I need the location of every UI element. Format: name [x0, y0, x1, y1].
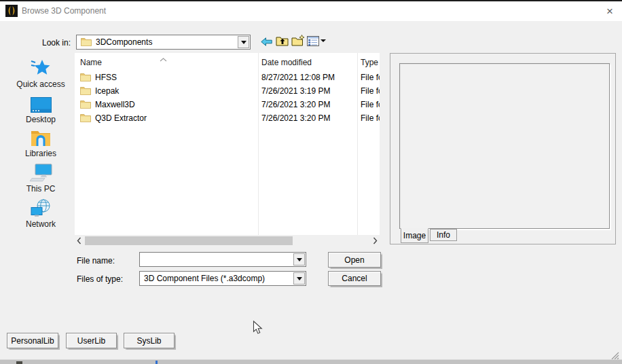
- new-folder-icon: [291, 35, 305, 46]
- taskbar-sliver: [0, 359, 622, 364]
- file-name: Icepak: [95, 86, 119, 96]
- sidebar-item-label: Desktop: [10, 115, 72, 124]
- file-type: File folder: [361, 86, 380, 96]
- file-name: Q3D Extractor: [95, 113, 147, 123]
- horizontal-scrollbar[interactable]: [75, 236, 380, 245]
- file-name-label: File name:: [77, 256, 115, 266]
- this-pc-icon: [10, 163, 72, 182]
- quick-access-star-icon: [10, 58, 72, 77]
- files-of-type-dropdown-button[interactable]: [293, 272, 305, 285]
- sidebar-item-label: Libraries: [10, 149, 72, 158]
- tab-info[interactable]: Info: [430, 229, 457, 241]
- folder-icon: [80, 100, 91, 111]
- taskbar-item: [16, 361, 22, 364]
- look-in-dropdown-button[interactable]: [238, 36, 249, 48]
- file-row-maxwell3d[interactable]: Maxwell3D 7/26/2021 3:20 PM File folder: [75, 98, 380, 111]
- sidebar-item-libraries[interactable]: Libraries: [10, 128, 72, 158]
- scroll-left-button[interactable]: [75, 236, 84, 245]
- folder-icon: [80, 73, 91, 84]
- app-logo-icon: [5, 5, 18, 17]
- chevron-left-icon: [77, 237, 81, 244]
- folder-icon: [80, 86, 91, 98]
- up-folder-icon: [276, 35, 289, 46]
- chevron-down-icon: [297, 258, 302, 261]
- window-title: Browse 3D Component: [22, 6, 106, 16]
- file-name: HFSS: [95, 73, 117, 82]
- personallib-button[interactable]: PersonalLib: [7, 333, 58, 348]
- chevron-down-icon: [297, 277, 302, 280]
- file-date-modified: 7/26/2021 3:20 PM: [261, 100, 330, 109]
- chevron-down-icon: [321, 39, 326, 42]
- file-name: Maxwell3D: [95, 100, 135, 109]
- file-date-modified: 7/26/2021 3:19 PM: [261, 86, 330, 96]
- chevron-right-icon: [373, 237, 378, 244]
- file-date-modified: 7/26/2021 3:20 PM: [261, 113, 330, 123]
- files-of-type-label: Files of type:: [77, 274, 123, 284]
- browse-3d-component-dialog: Browse 3D Component × Look in: 3DCompone…: [0, 0, 622, 364]
- close-button[interactable]: ×: [600, 3, 619, 20]
- file-type: File folder: [361, 100, 380, 109]
- file-row-q3d-extractor[interactable]: Q3D Extractor 7/26/2021 3:20 PM File fol…: [75, 111, 380, 125]
- file-type: File folder: [361, 113, 380, 123]
- file-name-combobox[interactable]: [139, 252, 306, 267]
- network-globe-icon: [10, 198, 72, 217]
- preview-panel: Image Info: [390, 53, 616, 244]
- preview-image-area: [399, 63, 610, 229]
- desktop-monitor-icon: [10, 94, 72, 113]
- column-header-name[interactable]: Name: [80, 58, 102, 67]
- sidebar-item-label: Quick access: [10, 79, 72, 89]
- tab-image[interactable]: Image: [401, 228, 428, 243]
- mouse-cursor: [253, 321, 263, 338]
- sidebar-item-quick-access[interactable]: Quick access: [10, 58, 72, 89]
- scrollbar-thumb[interactable]: [85, 236, 293, 245]
- open-button[interactable]: Open: [328, 252, 381, 268]
- sort-ascending-icon: [160, 54, 167, 64]
- userlib-button[interactable]: UserLib: [66, 333, 117, 348]
- sidebar-item-label: Network: [10, 219, 72, 229]
- file-list: Name Date modified Type HFSS 8/27/2021 1…: [75, 53, 380, 235]
- file-date-modified: 8/27/2021 12:08 PM: [261, 73, 335, 82]
- sidebar-item-desktop[interactable]: Desktop: [10, 94, 72, 124]
- folder-icon: [81, 37, 92, 49]
- cancel-button[interactable]: Cancel: [328, 271, 381, 286]
- file-name-dropdown-button[interactable]: [293, 253, 305, 266]
- look-in-combobox[interactable]: 3DComponents: [76, 35, 251, 50]
- title-bar: Browse 3D Component ×: [0, 0, 622, 21]
- folder-icon: [80, 113, 91, 125]
- files-of-type-value: 3D Component Files (*.a3dcomp): [144, 272, 265, 285]
- look-in-label: Look in:: [42, 38, 71, 48]
- new-folder-button[interactable]: [291, 34, 305, 47]
- taskbar-item: [156, 361, 158, 364]
- libraries-folder-icon: [10, 128, 72, 147]
- sidebar-item-this-pc[interactable]: This PC: [10, 163, 72, 194]
- scroll-right-button[interactable]: [371, 236, 380, 245]
- look-in-value: 3DComponents: [96, 35, 152, 49]
- back-button[interactable]: [259, 36, 273, 47]
- syslib-button[interactable]: SysLib: [124, 333, 175, 348]
- chevron-down-icon: [241, 41, 246, 44]
- column-header-type[interactable]: Type: [361, 58, 378, 67]
- view-menu-icon: [307, 36, 319, 46]
- file-row-hfss[interactable]: HFSS 8/27/2021 12:08 PM File folder: [75, 71, 380, 84]
- view-menu-button[interactable]: [307, 35, 326, 46]
- sidebar-item-network[interactable]: Network: [10, 198, 72, 229]
- file-type: File folder: [361, 73, 380, 82]
- back-arrow-icon: [261, 37, 272, 46]
- files-of-type-combobox[interactable]: 3D Component Files (*.a3dcomp): [139, 271, 306, 286]
- resize-grip-icon: [609, 350, 619, 360]
- file-row-icepak[interactable]: Icepak 7/26/2021 3:19 PM File folder: [75, 84, 380, 98]
- up-one-level-button[interactable]: [275, 35, 289, 47]
- column-header-date-modified[interactable]: Date modified: [261, 58, 312, 67]
- sidebar-item-label: This PC: [10, 184, 72, 194]
